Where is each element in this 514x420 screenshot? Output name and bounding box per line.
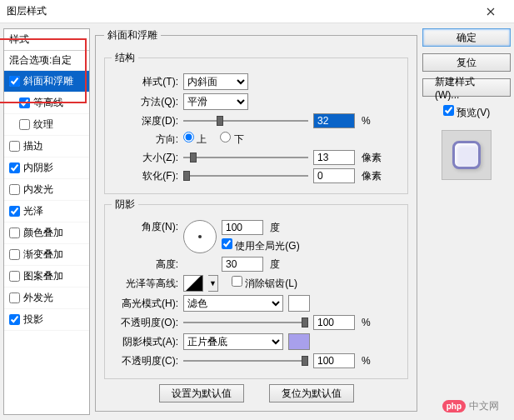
sidebar-item-8[interactable]: 渐变叠加 xyxy=(4,244,89,266)
sidebar-item-checkbox[interactable] xyxy=(9,162,20,173)
sidebar-item-label: 外发光 xyxy=(23,291,53,305)
window-title: 图层样式 xyxy=(7,4,47,18)
sidebar-item-0[interactable]: 斜面和浮雕 xyxy=(4,71,89,92)
global-light-checkbox[interactable]: 使用全局光(G) xyxy=(222,238,300,253)
bevel-fieldset: 斜面和浮雕 结构 样式(T): 内斜面 方法(Q): 平滑 深度(D): % xyxy=(95,28,417,412)
sidebar-item-checkbox[interactable] xyxy=(19,119,30,130)
shadow-opacity-slider[interactable] xyxy=(183,353,308,368)
sidebar-item-2[interactable]: 纹理 xyxy=(4,114,89,136)
altitude-input[interactable] xyxy=(222,257,263,272)
sidebar-item-checkbox[interactable] xyxy=(9,249,20,260)
shadow-color-swatch[interactable] xyxy=(288,333,310,350)
sidebar-item-checkbox[interactable] xyxy=(9,141,20,152)
technique-select[interactable]: 平滑 xyxy=(183,93,248,110)
angle-label: 角度(N): xyxy=(142,220,178,234)
sidebar-item-checkbox[interactable] xyxy=(9,314,20,325)
sidebar-item-11[interactable]: 投影 xyxy=(4,309,89,331)
gloss-contour-drop[interactable]: ▼ xyxy=(208,275,218,292)
sidebar-item-label: 颜色叠加 xyxy=(23,226,63,240)
antialias-checkbox[interactable]: 消除锯齿(L) xyxy=(232,276,297,291)
size-slider[interactable] xyxy=(183,150,308,165)
sidebar-item-10[interactable]: 外发光 xyxy=(4,288,89,309)
style-label: 样式(T): xyxy=(112,75,178,89)
structure-fieldset: 结构 样式(T): 内斜面 方法(Q): 平滑 深度(D): % 方向: xyxy=(104,51,408,194)
soften-unit: 像素 xyxy=(362,169,382,183)
sidebar-item-label: 斜面和浮雕 xyxy=(23,74,73,88)
highlight-color-swatch[interactable] xyxy=(288,295,310,312)
direction-label: 方向: xyxy=(112,132,178,147)
shadow-mode-label: 阴影模式(A): xyxy=(112,335,178,349)
right-panel: 确定 复位 新建样式(W)... 预览(V) xyxy=(422,28,511,415)
sidebar-item-label: 纹理 xyxy=(33,118,53,132)
sidebar-item-9[interactable]: 图案叠加 xyxy=(4,266,89,288)
size-input[interactable] xyxy=(313,150,355,165)
sidebar-item-label: 图案叠加 xyxy=(23,269,63,283)
sidebar-item-label: 内阴影 xyxy=(23,161,53,175)
style-sidebar: 样式 混合选项:自定 斜面和浮雕等高线纹理描边内阴影内发光光泽颜色叠加渐变叠加图… xyxy=(3,28,90,415)
title-bar: 图层样式 xyxy=(0,0,514,23)
gloss-contour[interactable] xyxy=(183,275,203,292)
direction-down[interactable]: 下 xyxy=(220,132,243,147)
shadow-opacity-label: 不透明度(C): xyxy=(112,354,178,368)
highlight-opacity-slider[interactable] xyxy=(183,315,308,330)
highlight-mode-select[interactable]: 滤色 xyxy=(183,295,283,312)
sidebar-item-checkbox[interactable] xyxy=(9,184,20,195)
sidebar-item-checkbox[interactable] xyxy=(9,76,20,87)
style-select[interactable]: 内斜面 xyxy=(183,73,248,90)
shadow-opacity-unit: % xyxy=(362,355,371,367)
new-style-button[interactable]: 新建样式(W)... xyxy=(422,78,511,97)
sidebar-item-label: 投影 xyxy=(23,312,43,327)
highlight-mode-label: 高光模式(H): xyxy=(112,297,178,311)
preview-shape xyxy=(452,141,481,169)
sidebar-item-label: 渐变叠加 xyxy=(23,248,63,262)
cancel-button[interactable]: 复位 xyxy=(422,53,511,72)
watermark-text: 中文网 xyxy=(469,399,499,413)
altitude-label: 高度: xyxy=(156,258,178,272)
structure-legend: 结构 xyxy=(112,51,138,65)
sidebar-item-3[interactable]: 描边 xyxy=(4,136,89,158)
watermark-logo: php xyxy=(442,400,466,412)
reset-default-button[interactable]: 复位为默认值 xyxy=(269,384,354,402)
angle-input[interactable] xyxy=(222,220,263,235)
sidebar-item-5[interactable]: 内发光 xyxy=(4,179,89,201)
shadow-opacity-input[interactable] xyxy=(313,353,355,368)
sidebar-item-checkbox[interactable] xyxy=(9,292,20,303)
soften-label: 软化(F): xyxy=(112,169,178,183)
sidebar-item-checkbox[interactable] xyxy=(9,228,20,238)
sidebar-item-checkbox[interactable] xyxy=(9,206,20,217)
highlight-opacity-unit: % xyxy=(362,317,371,328)
sidebar-item-6[interactable]: 光泽 xyxy=(4,201,89,222)
depth-input[interactable] xyxy=(313,113,355,128)
shadow-mode-select[interactable]: 正片叠底 xyxy=(183,333,283,350)
depth-label: 深度(D): xyxy=(112,114,178,128)
size-label: 大小(Z): xyxy=(112,151,178,165)
sidebar-item-7[interactable]: 颜色叠加 xyxy=(4,222,89,244)
highlight-opacity-input[interactable] xyxy=(313,315,355,330)
gloss-label: 光泽等高线: xyxy=(112,277,178,291)
preview-checkbox[interactable]: 预览(V) xyxy=(443,105,490,120)
technique-label: 方法(Q): xyxy=(112,95,178,109)
watermark: php 中文网 xyxy=(442,399,499,413)
sidebar-item-4[interactable]: 内阴影 xyxy=(4,158,89,179)
close-button[interactable] xyxy=(474,1,507,22)
sidebar-item-checkbox[interactable] xyxy=(9,271,20,282)
sidebar-item-checkbox[interactable] xyxy=(19,98,30,108)
sidebar-item-label: 内发光 xyxy=(23,182,53,197)
bevel-legend: 斜面和浮雕 xyxy=(104,28,161,42)
sidebar-item-1[interactable]: 等高线 xyxy=(4,92,89,114)
altitude-unit: 度 xyxy=(270,258,280,272)
ok-button[interactable]: 确定 xyxy=(422,28,511,47)
set-default-button[interactable]: 设置为默认值 xyxy=(159,384,244,402)
depth-slider[interactable] xyxy=(183,113,308,128)
close-icon xyxy=(487,8,495,16)
sidebar-item-label: 描边 xyxy=(23,139,43,153)
direction-up[interactable]: 上 xyxy=(183,132,207,147)
preview-box xyxy=(442,130,492,180)
depth-unit: % xyxy=(362,115,371,127)
shading-fieldset: 阴影 角度(N): 高度: 度 使用全局光(G) xyxy=(104,198,408,379)
sidebar-item-label: 等高线 xyxy=(33,96,63,110)
soften-input[interactable] xyxy=(313,168,355,183)
soften-slider[interactable] xyxy=(183,168,308,183)
angle-unit: 度 xyxy=(270,221,280,235)
angle-dial[interactable] xyxy=(183,220,217,253)
